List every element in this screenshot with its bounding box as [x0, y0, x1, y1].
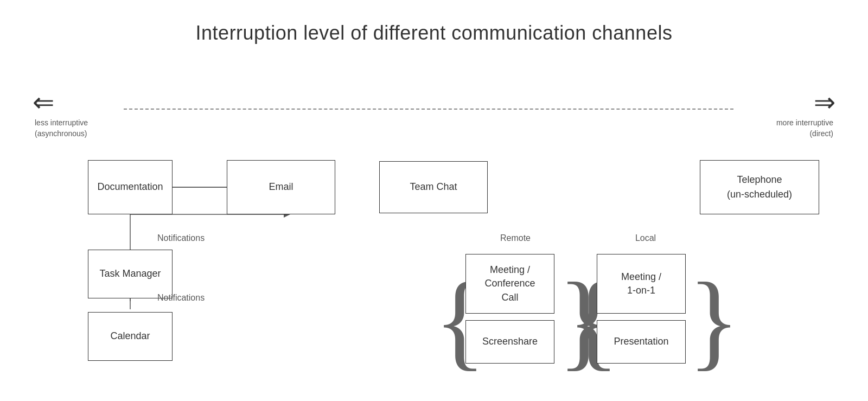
interruption-scale: ⇐ less interruptive (asynchronous) ⇒ mor… — [33, 90, 835, 139]
right-arrow-label: more interruptive (direct) — [776, 118, 833, 139]
meeting-conference-call-box: Meeting / Conference Call — [465, 254, 554, 314]
remote-label: Remote — [456, 233, 575, 243]
left-arrow-group: ⇐ less interruptive (asynchronous) — [33, 90, 119, 139]
telephone-box: Telephone (un-scheduled) — [700, 160, 819, 214]
documentation-box: Documentation — [88, 160, 173, 214]
local-label: Local — [586, 233, 705, 243]
team-chat-box: Team Chat — [379, 161, 488, 213]
presentation-box: Presentation — [597, 320, 686, 364]
dashed-line — [124, 109, 733, 110]
left-arrow-icon: ⇐ — [33, 90, 54, 116]
right-arrow-group: ⇒ more interruptive (direct) — [738, 90, 835, 139]
task-manager-box: Task Manager — [88, 250, 173, 298]
notifications-top-label: Notifications — [157, 233, 205, 243]
local-brace-right: } — [688, 247, 740, 393]
email-box: Email — [227, 160, 335, 214]
screenshare-box: Screenshare — [465, 320, 554, 364]
page-title: Interruption level of different communic… — [0, 0, 868, 44]
notifications-bottom-label: Notifications — [157, 293, 205, 303]
meeting-1on1-box: Meeting / 1-on-1 — [597, 254, 686, 314]
right-arrow-icon: ⇒ — [814, 90, 835, 116]
calendar-box: Calendar — [88, 312, 173, 361]
left-arrow-label: less interruptive (asynchronous) — [35, 118, 88, 139]
